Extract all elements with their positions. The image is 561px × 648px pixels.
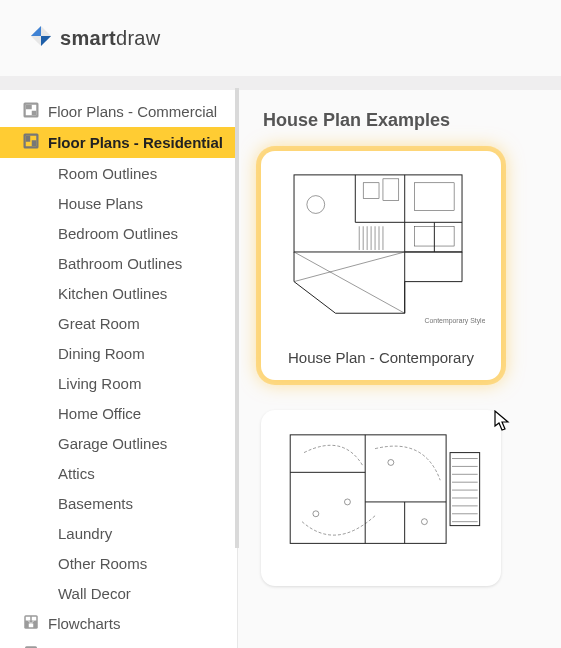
sidebar-item-floorplans-residential[interactable]: Floor Plans - Residential — [0, 127, 237, 158]
app-header: smartdraw — [0, 0, 561, 76]
sidebar-subitem-home-office[interactable]: Home Office — [0, 398, 237, 428]
sidebar-subitem-label: Bedroom Outlines — [58, 225, 178, 242]
page-title: House Plan Examples — [263, 110, 561, 131]
sidebar-subitem-garage-outlines[interactable]: Garage Outlines — [0, 428, 237, 458]
sidebar-subitem-laundry[interactable]: Laundry — [0, 518, 237, 548]
flyer-icon — [22, 644, 48, 648]
template-thumbnail — [273, 422, 487, 572]
svg-rect-22 — [294, 175, 462, 252]
svg-rect-14 — [29, 624, 34, 628]
sidebar-subitem-label: Living Room — [58, 375, 141, 392]
sidebar-item-flowcharts[interactable]: Flowcharts — [0, 608, 237, 639]
sidebar-item-flyers[interactable]: Flyers — [0, 639, 237, 648]
logo-text-bold: smart — [60, 27, 116, 49]
sidebar-subitem-label: Garage Outlines — [58, 435, 167, 452]
svg-rect-36 — [383, 179, 399, 201]
sidebar-item-label: Floor Plans - Commercial — [48, 103, 217, 120]
sidebar-subitem-dining-room[interactable]: Dining Room — [0, 338, 237, 368]
sidebar-subitem-wall-decor[interactable]: Wall Decor — [0, 578, 237, 608]
sidebar-item-floorplans-commercial[interactable]: Floor Plans - Commercial — [0, 96, 237, 127]
svg-point-54 — [344, 499, 350, 505]
sidebar-subitem-label: Wall Decor — [58, 585, 131, 602]
sidebar-subitem-label: Home Office — [58, 405, 141, 422]
flowchart-icon — [22, 613, 48, 634]
logo-icon — [30, 25, 52, 52]
svg-rect-5 — [26, 105, 32, 110]
template-card-houseplan[interactable]: House Plan — [261, 410, 501, 586]
sidebar-subitem-great-room[interactable]: Great Room — [0, 308, 237, 338]
svg-rect-13 — [32, 617, 37, 621]
logo-text-light: draw — [116, 27, 161, 49]
sidebar-subitem-label: House Plans — [58, 195, 143, 212]
svg-point-34 — [307, 196, 325, 214]
sidebar-subitem-other-rooms[interactable]: Other Rooms — [0, 548, 237, 578]
sidebar: Floor Plans - Commercial Floor Plans - R… — [0, 90, 237, 648]
sidebar-subitem-label: Kitchen Outlines — [58, 285, 167, 302]
main-content: House Plan Examples — [241, 90, 561, 648]
floorplan-residential-icon — [22, 132, 48, 153]
svg-point-53 — [313, 511, 319, 517]
template-thumbnail: Contemporary Style — [273, 163, 487, 335]
svg-marker-1 — [31, 25, 41, 35]
svg-marker-2 — [41, 36, 51, 46]
svg-rect-12 — [26, 617, 31, 621]
sidebar-subitem-room-outlines[interactable]: Room Outlines — [0, 158, 237, 188]
svg-point-55 — [388, 460, 394, 466]
sidebar-subitem-label: Basements — [58, 495, 133, 512]
svg-rect-35 — [363, 183, 379, 199]
sidebar-subitem-label: Room Outlines — [58, 165, 157, 182]
svg-rect-52 — [450, 453, 480, 526]
sidebar-subitem-living-room[interactable]: Living Room — [0, 368, 237, 398]
sidebar-subitem-attics[interactable]: Attics — [0, 458, 237, 488]
svg-rect-6 — [32, 111, 37, 116]
logo[interactable]: smartdraw — [22, 25, 161, 52]
svg-text:Contemporary Style: Contemporary Style — [424, 317, 485, 325]
template-caption: House Plan - Contemporary — [273, 349, 489, 366]
sidebar-subitem-label: Dining Room — [58, 345, 145, 362]
sidebar-subitem-label: Laundry — [58, 525, 112, 542]
svg-rect-10 — [32, 140, 37, 146]
template-card-contemporary[interactable]: Contemporary Style House Plan - Contempo… — [261, 151, 501, 380]
svg-rect-9 — [26, 136, 31, 142]
sidebar-subitem-label: Attics — [58, 465, 95, 482]
sidebar-subitem-bathroom-outlines[interactable]: Bathroom Outlines — [0, 248, 237, 278]
sidebar-subitem-bedroom-outlines[interactable]: Bedroom Outlines — [0, 218, 237, 248]
svg-point-56 — [421, 519, 427, 525]
scrollbar[interactable] — [235, 88, 239, 548]
svg-line-32 — [294, 252, 405, 313]
svg-rect-37 — [415, 183, 455, 211]
sidebar-item-label: Floor Plans - Residential — [48, 134, 223, 151]
floorplan-commercial-icon — [22, 101, 48, 122]
toolbar-strip — [0, 76, 561, 90]
sidebar-subitem-label: Great Room — [58, 315, 140, 332]
sidebar-subitem-basements[interactable]: Basements — [0, 488, 237, 518]
sidebar-subitem-house-plans[interactable]: House Plans — [0, 188, 237, 218]
sidebar-subitem-label: Bathroom Outlines — [58, 255, 182, 272]
sidebar-subitem-label: Other Rooms — [58, 555, 147, 572]
svg-line-33 — [294, 252, 405, 282]
sidebar-item-label: Flowcharts — [48, 615, 121, 632]
logo-text: smartdraw — [60, 27, 161, 50]
sidebar-subitem-kitchen-outlines[interactable]: Kitchen Outlines — [0, 278, 237, 308]
svg-rect-47 — [290, 435, 446, 544]
